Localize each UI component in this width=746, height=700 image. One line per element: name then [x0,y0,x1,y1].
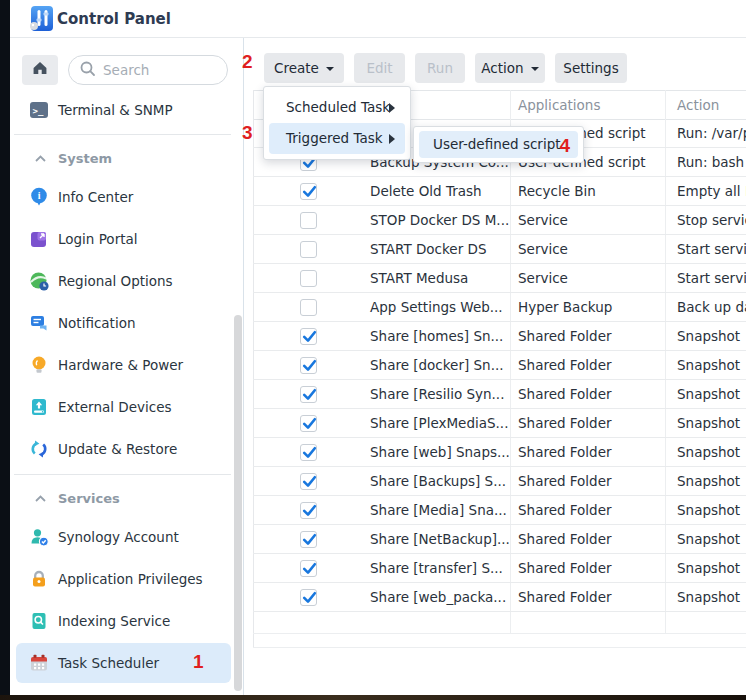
sidebar-item-task-scheduler[interactable]: Task Scheduler [10,642,243,684]
checkbox-checked[interactable] [300,589,317,606]
terminal-icon: >_ [28,99,50,121]
chevron-down-icon [326,67,334,71]
sidebar-item-hardware-power[interactable]: Hardware & Power [10,344,243,386]
checkbox-checked[interactable] [300,415,317,432]
menu-item-triggered-task[interactable]: Triggered Task [269,123,405,154]
checkbox-checked[interactable] [300,183,317,200]
login-portal-icon [28,228,50,250]
table-row[interactable]: START MedusaServiceStart servic [253,264,746,293]
sidebar-divider [10,470,243,480]
button-label: Action [481,60,523,76]
action-cell: Snapshot [677,328,740,344]
table-row[interactable]: Share [PlexMediaS...Shared FolderSnapsho… [253,409,746,438]
applications-cell: Shared Folder [518,589,612,605]
action-cell: Stop servic [677,212,746,228]
home-button[interactable] [22,55,58,85]
table-row[interactable]: Share [Media] Sna...Shared FolderSnapsho… [253,496,746,525]
table-row[interactable]: Share [web] Snaps...Shared FolderSnapsho… [253,438,746,467]
sidebar-section-services[interactable]: Services [10,480,243,516]
chevron-up-icon [32,491,49,510]
applications-cell: Recycle Bin [518,183,596,199]
checkbox-checked[interactable] [300,531,317,548]
applications-cell: Shared Folder [518,473,612,489]
submenu-arrow-icon [389,103,395,113]
sidebar-divider [10,130,243,140]
table-row[interactable]: START Docker DSServiceStart servic [253,235,746,264]
sidebar-item-notification[interactable]: Notification [10,302,243,344]
action-cell: Back up da [677,299,746,315]
sidebar-item-label: Application Privileges [58,571,203,587]
sidebar-scrollbar[interactable] [234,315,242,691]
create-button[interactable]: Create [264,53,344,83]
applications-cell: Service [518,241,568,257]
annotation-3: 3 [242,122,253,144]
sidebar-item-update-restore[interactable]: Update & Restore [10,428,243,470]
sidebar-item-external-devices[interactable]: External Devices [10,386,243,428]
table-row[interactable]: Share [web_packa...Shared FolderSnapshot [253,583,746,612]
checkbox-checked[interactable] [300,386,317,403]
application-privileges-icon [28,568,50,590]
checkbox-checked[interactable] [300,473,317,490]
settings-button[interactable]: Settings [555,53,627,83]
table-row[interactable]: Share [homes] Sn...Shared FolderSnapshot [253,322,746,351]
hardware-power-icon [28,354,50,376]
action-cell: Snapshot [677,357,740,373]
edit-button[interactable]: Edit [354,53,405,83]
action-cell: Snapshot [677,444,740,460]
checkbox-unchecked[interactable] [300,212,317,229]
sidebar-section-label: System [58,151,112,166]
run-button[interactable]: Run [415,53,465,83]
search-input[interactable] [103,62,213,78]
checkbox-unchecked[interactable] [300,270,317,287]
table-row[interactable]: Share [NetBackup]...Shared FolderSnapsho… [253,525,746,554]
sidebar-item-application-privileges[interactable]: Application Privileges [10,558,243,600]
action-button[interactable]: Action [475,53,545,83]
sidebar-item-login-portal[interactable]: Login Portal [10,218,243,260]
control-panel-icon [26,4,56,38]
sidebar-item-label: Indexing Service [58,613,170,629]
svg-text:i: i [38,190,41,201]
task-name-cell: Share [web_packa... [370,589,506,605]
checkbox-checked[interactable] [300,560,317,577]
task-name-cell: Share [docker] Sn... [370,357,504,373]
sidebar-item-label: Regional Options [58,273,173,289]
sidebar-item-regional-options[interactable]: Regional Options [10,260,243,302]
sidebar-item-indexing-service[interactable]: Indexing Service [10,600,243,642]
action-cell: Run: bash / [677,154,746,170]
task-name-cell: Share [Media] Sna... [370,502,507,518]
checkbox-checked[interactable] [300,357,317,374]
checkbox-unchecked[interactable] [300,241,317,258]
table-row[interactable]: App Settings Web...Hyper BackupBack up d… [253,293,746,322]
table-row[interactable]: Share [docker] Sn...Shared FolderSnapsho… [253,351,746,380]
task-name-cell: Share [web] Snaps... [370,444,510,460]
sidebar-item-label: Info Center [58,189,133,205]
table-row[interactable]: STOP Docker DS M...ServiceStop servic [253,206,746,235]
sidebar-item-label: Task Scheduler [58,655,159,671]
checkbox-unchecked[interactable] [300,299,317,316]
sidebar-item-label: Synology Account [58,529,179,545]
sidebar-item-info-center[interactable]: iInfo Center [10,176,243,218]
chevron-up-icon [32,151,49,170]
checkbox-checked[interactable] [300,502,317,519]
action-cell: Empty all R [677,183,746,199]
table-bottom-line-1 [253,633,746,634]
sidebar-item-synology-account[interactable]: Synology Account [10,516,243,558]
applications-cell: Service [518,270,568,286]
checkbox-checked[interactable] [300,444,317,461]
sidebar-item-terminal-snmp[interactable]: >_Terminal & SNMP [10,90,243,130]
sidebar-section-system[interactable]: System [10,140,243,176]
table-row[interactable]: Share [Resilio Syn...Shared FolderSnapsh… [253,380,746,409]
annotation-2: 2 [242,51,253,73]
menu-item-scheduled-task[interactable]: Scheduled Task [269,92,405,123]
table-row[interactable]: Delete Old TrashRecycle BinEmpty all R [253,177,746,206]
applications-cell: Shared Folder [518,415,612,431]
search-box[interactable] [68,55,228,85]
checkbox-checked[interactable] [300,328,317,345]
create-dropdown-menu: Scheduled TaskTriggered Task [263,86,411,160]
submenu-item-user-defined-script[interactable]: User-defined script4 [419,131,578,158]
task-name-cell: Share [Backups] S... [370,473,506,489]
table-row[interactable]: Share [transfer] S...Shared FolderSnapsh… [253,554,746,583]
task-scheduler-icon [28,652,50,674]
table-row[interactable]: Share [Backups] S...Shared FolderSnapsho… [253,467,746,496]
task-name-cell: Share [Resilio Syn... [370,386,504,402]
